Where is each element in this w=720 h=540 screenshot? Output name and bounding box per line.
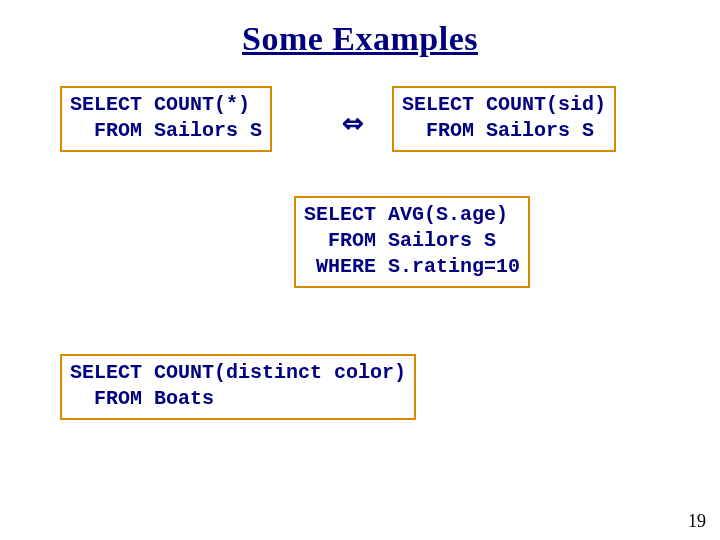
code-box-count-star: SELECT COUNT(*) FROM Sailors S <box>60 86 272 152</box>
code-box-count-sid: SELECT COUNT(sid) FROM Sailors S <box>392 86 616 152</box>
code-box-count-distinct-color: SELECT COUNT(distinct color) FROM Boats <box>60 354 416 420</box>
code-box-avg-age: SELECT AVG(S.age) FROM Sailors S WHERE S… <box>294 196 530 288</box>
slide: Some Examples SELECT COUNT(*) FROM Sailo… <box>0 0 720 540</box>
equiv-arrow-icon: ⇔ <box>342 108 364 139</box>
page-number: 19 <box>688 511 706 532</box>
code-text: SELECT COUNT(*) FROM Sailors S <box>70 92 262 144</box>
slide-title: Some Examples <box>0 20 720 58</box>
code-text: SELECT COUNT(sid) FROM Sailors S <box>402 92 606 144</box>
code-text: SELECT COUNT(distinct color) FROM Boats <box>70 360 406 412</box>
code-text: SELECT AVG(S.age) FROM Sailors S WHERE S… <box>304 202 520 280</box>
